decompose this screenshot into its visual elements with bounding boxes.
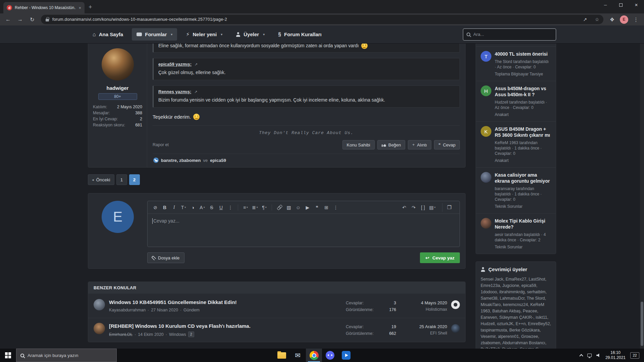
bold-icon[interactable]: B	[160, 203, 169, 212]
topic-title[interactable]: Kasa calisiyor ama ekrana goruntu gelmiy…	[495, 172, 551, 184]
window-close-button[interactable]: ✕	[629, 0, 644, 10]
text-color-icon[interactable]: ◑	[189, 203, 197, 212]
back-button[interactable]: ←	[3, 15, 13, 24]
page-1-button[interactable]: 1	[116, 174, 127, 185]
browser-menu-icon[interactable]: ⋮	[631, 15, 641, 24]
nav-forums[interactable]: Forumlar ▾	[132, 28, 177, 41]
extensions-icon[interactable]: ❖	[607, 15, 618, 24]
avatar[interactable]: H	[481, 85, 491, 96]
expand-quote-icon[interactable]: ↗	[194, 90, 197, 94]
list-item[interactable]: T 40000 TL sistem önerisi The Slord tara…	[476, 47, 556, 81]
avatar[interactable]: T	[481, 51, 491, 62]
avatar[interactable]	[481, 172, 491, 183]
chevron-down-icon[interactable]: ▾	[221, 33, 222, 36]
network-icon[interactable]	[587, 354, 592, 357]
taskbar-search-input[interactable]	[28, 353, 112, 358]
topic-title[interactable]: Asus b450M-dragon vs Asus b450m-k II ?	[495, 85, 551, 98]
new-tab-button[interactable]: +	[89, 4, 92, 11]
table-row[interactable]: [REHBER] Windows 10 Kurulum CD veya Flas…	[88, 318, 465, 342]
reaction-users[interactable]: banxtre, zbabomen	[161, 158, 201, 163]
topic-category[interactable]: Toplama Bilgisayar Tavsiye	[495, 72, 551, 76]
list-item[interactable]: H Asus b450M-dragon vs Asus b450m-k II ?…	[476, 81, 556, 122]
window-minimize-button[interactable]: ─	[598, 0, 613, 10]
drafts-icon[interactable]: ▤▾	[428, 203, 437, 212]
taskbar-search[interactable]	[16, 349, 117, 362]
avatar[interactable]	[451, 300, 460, 309]
nav-home[interactable]: ⌂ Ana Sayfa	[88, 28, 128, 41]
avatar[interactable]: K	[481, 126, 491, 137]
notification-badge[interactable]: 22	[630, 352, 639, 359]
avatar[interactable]	[102, 48, 134, 80]
scrollbar-thumb[interactable]	[641, 302, 643, 346]
undo-icon[interactable]: ↶	[400, 203, 409, 212]
insert-table-icon[interactable]: ⊞	[322, 203, 331, 212]
last-post-user[interactable]: Holisticmax	[400, 306, 447, 313]
topic-author[interactable]: EmirhanŁOŁ	[109, 332, 132, 337]
strikethrough-icon[interactable]: S	[207, 203, 216, 212]
italic-icon[interactable]: I	[170, 203, 178, 212]
topic-author[interactable]: Kayasabdurrahman	[109, 308, 146, 312]
quote-button[interactable]: +Alıntı	[408, 140, 431, 149]
topic-title[interactable]: 40000 TL sistem önerisi	[495, 51, 551, 57]
taskbar-file-explorer[interactable]	[274, 349, 290, 362]
code-icon[interactable]: [ ]	[419, 203, 427, 212]
last-post-user[interactable]: EFI Shell	[400, 330, 447, 337]
topic-category[interactable]: Teknik Sorunlar	[495, 245, 551, 249]
browser-profile-avatar[interactable]: E	[620, 15, 628, 24]
bookmark-star-icon[interactable]: ☆	[593, 15, 601, 24]
share-icon[interactable]: ↗	[581, 15, 589, 24]
topic-title[interactable]: [REHBER] Windows 10 Kurulum CD veya Flas…	[109, 323, 342, 329]
topic-category[interactable]: Gündem	[183, 308, 200, 312]
prev-page-button[interactable]: ◂ Önceki	[88, 174, 114, 185]
topic-title[interactable]: Molex Tipi Kablo Girişi Nerede?	[495, 218, 551, 230]
search-input[interactable]	[473, 32, 552, 37]
smilies-icon[interactable]: ☺	[294, 203, 303, 212]
list-item[interactable]: K ASUS B450M Dragon + R5 3600 Sıkıntı çı…	[476, 122, 556, 168]
taskbar-media-app[interactable]	[338, 349, 354, 362]
nav-members[interactable]: Üyeler ▾	[231, 28, 269, 41]
font-icon[interactable]: A▾	[198, 203, 207, 212]
topic-category[interactable]: Anakart	[495, 158, 551, 163]
avatar[interactable]	[94, 323, 105, 334]
forward-button[interactable]: →	[15, 15, 25, 24]
start-button[interactable]	[0, 349, 16, 362]
align-icon[interactable]: ≣▾	[251, 203, 259, 212]
taskbar-discord[interactable]	[322, 349, 338, 362]
insert-link-icon[interactable]	[275, 203, 284, 212]
topic-title[interactable]: Windows 10 KB4549951 Güncellemesine Dikk…	[109, 299, 342, 305]
topic-category[interactable]: Teknik Sorunlar	[495, 204, 551, 209]
topic-title[interactable]: ASUS B450M Dragon + R5 3600 Sıkıntı çıka…	[495, 126, 551, 138]
table-row[interactable]: Windows 10 KB4549951 Güncellemesine Dikk…	[88, 294, 465, 318]
chevron-down-icon[interactable]: ▾	[263, 33, 265, 36]
list-item[interactable]: Kasa calisiyor ama ekrana goruntu gelmiy…	[476, 168, 556, 214]
page-2-button[interactable]: 2	[129, 174, 140, 185]
tab-close-icon[interactable]: ×	[78, 5, 81, 10]
more-insert-icon[interactable]: ⋮	[331, 203, 340, 212]
list-icon[interactable]: ≡▾	[241, 203, 250, 212]
attach-file-button[interactable]: Dosya ekle	[147, 252, 184, 263]
online-members-list[interactable]: Sensei Jack, EmaRex27, LastShot, Emre123…	[481, 276, 551, 349]
chevron-up-icon[interactable]	[579, 354, 583, 358]
forum-search[interactable]	[463, 28, 556, 41]
rich-text-editor[interactable]: ⊘ B I T▾ ◑ A▾ S U ⋮ ≡▾ ≣▾ ¶▾	[147, 201, 460, 247]
like-reaction-icon[interactable]	[153, 158, 159, 163]
avatar[interactable]	[451, 324, 460, 333]
chevron-down-icon[interactable]: ▾	[171, 33, 172, 36]
avatar[interactable]	[94, 299, 105, 310]
insert-image-icon[interactable]: ▧	[284, 203, 293, 212]
volume-icon[interactable]	[596, 354, 601, 357]
taskbar-clock[interactable]: 16:10 29.01.2021	[605, 350, 626, 360]
reload-button[interactable]: ↻	[27, 15, 38, 24]
topic-owner-button[interactable]: Konu Sahibi	[342, 140, 375, 149]
expand-quote-icon[interactable]: ↗	[195, 62, 198, 66]
text-size-icon[interactable]: T▾	[179, 203, 188, 212]
more-options-icon[interactable]: ⋮	[226, 203, 235, 212]
report-link[interactable]: Rapor et	[153, 142, 169, 147]
underline-icon[interactable]: U	[217, 203, 225, 212]
taskbar-chrome[interactable]	[306, 349, 322, 362]
insert-quote-icon[interactable]: ❝	[313, 203, 321, 212]
avatar[interactable]	[481, 218, 491, 229]
url-bar[interactable]: forum.donanimarsivi.com/konu/windows-10-…	[41, 15, 603, 24]
browser-tab[interactable]: d Rehber - Windows 10 Masaüstün... ×	[3, 2, 85, 13]
reply-button[interactable]: ❝Cevap	[434, 140, 460, 149]
